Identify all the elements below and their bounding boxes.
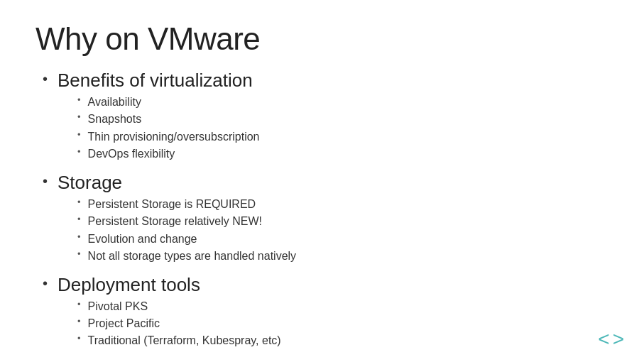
slide: Why on VMware • Benefits of virtualizati… [0,0,644,362]
bullet-l2: • [77,214,81,224]
bullet-l1-1: • [43,72,48,86]
list-item-label: Availability [88,94,141,110]
list-item: • Traditional (Terraform, Kubespray, etc… [77,332,281,349]
section-2-sublist: • Persistent Storage is REQUIRED • Persi… [77,196,296,264]
bullet-l1-2: • [43,174,48,188]
section-3-label: Deployment tools [58,274,281,296]
bullet-l1-3: • [43,276,48,290]
list-item-label: Project Pacific [88,315,160,331]
forward-arrow[interactable]: > [613,329,624,349]
bullet-l2: • [77,232,81,241]
list-item: • Persistent Storage is REQUIRED [77,196,296,212]
bullet-l2: • [77,197,81,207]
list-item: • DevOps flexibility [77,146,259,162]
list-item: • Persistent Storage relatively NEW! [77,213,296,229]
list-item: • Pivotal PKS [77,298,281,314]
section-3: • Deployment tools • Pivotal PKS • Proje… [43,274,608,352]
list-item: • Snapshots [77,111,259,127]
list-item: • Thin provisioning/oversubscription [77,128,259,145]
list-item-label: Persistent Storage is REQUIRED [88,196,256,212]
bullet-l2: • [77,95,81,104]
list-item: • Evolution and change [77,231,296,247]
list-item-label: Traditional (Terraform, Kubespray, etc) [88,332,281,349]
section-3-block: Deployment tools • Pivotal PKS • Project… [58,274,281,352]
bullet-l2: • [77,334,81,343]
list-item-label: Snapshots [88,111,142,127]
list-item-label: Pivotal PKS [88,298,148,314]
bullet-l2: • [77,300,81,309]
list-item-label: Thin provisioning/oversubscription [88,128,260,145]
list-item-label: Evolution and change [88,231,197,247]
back-arrow[interactable]: < [598,329,609,349]
section-2-label: Storage [58,172,296,194]
section-1-label: Benefits of virtualization [58,70,259,92]
bullet-l2: • [77,249,81,258]
list-item: • Project Pacific [77,315,281,331]
list-item-label: Not all storage types are handled native… [88,248,297,264]
bullet-l2: • [77,317,81,326]
bullet-l2: • [77,112,81,121]
list-item: • Availability [77,94,259,110]
content-area: • Benefits of virtualization • Availabil… [36,70,608,352]
section-1-block: Benefits of virtualization • Availabilit… [58,70,259,165]
list-item-label: Persistent Storage relatively NEW! [88,213,262,229]
bullet-l2: • [77,147,81,156]
slide-title: Why on VMware [36,21,608,57]
bullet-l2: • [77,130,81,139]
nav-arrows: < > [598,329,624,349]
section-2: • Storage • Persistent Storage is REQUIR… [43,172,608,267]
section-1-sublist: • Availability • Snapshots • Thin provis… [77,94,259,162]
section-1: • Benefits of virtualization • Availabil… [43,70,608,165]
list-item-label: DevOps flexibility [88,146,175,162]
list-item: • Not all storage types are handled nati… [77,248,296,264]
section-2-block: Storage • Persistent Storage is REQUIRED… [58,172,296,267]
section-3-sublist: • Pivotal PKS • Project Pacific • Tradit… [77,298,281,349]
